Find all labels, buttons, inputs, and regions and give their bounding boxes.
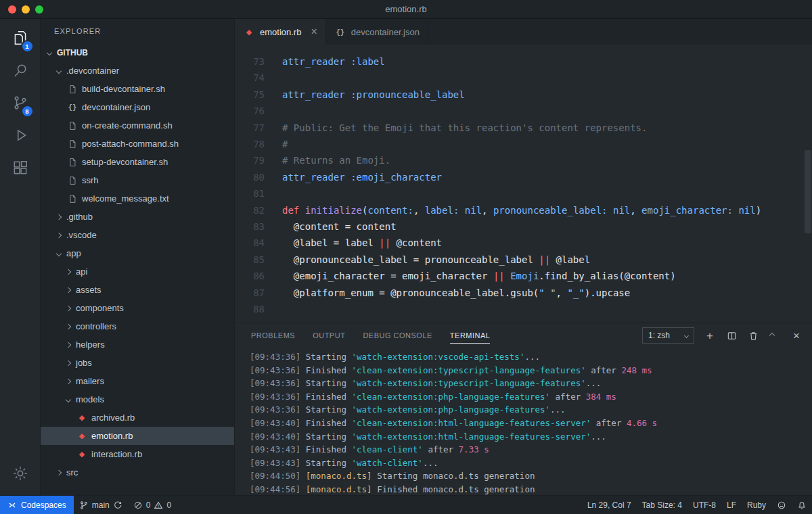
tree-item-setup-devcontainer-sh[interactable]: setup-devcontainer.sh	[41, 153, 234, 171]
language-mode[interactable]: Ruby	[742, 496, 771, 514]
tree-item-ssrh[interactable]: ssrh	[41, 171, 234, 189]
tree-item-vscode[interactable]: .vscode	[41, 226, 234, 244]
chevron-up-icon	[769, 333, 775, 338]
tree-item-github[interactable]: .github	[41, 208, 234, 226]
terminal-line: [09:43:43] Starting 'watch-client'...	[250, 457, 812, 470]
code-line-86: 86 @emoji_character = emoji_character ||…	[235, 268, 812, 284]
codespaces-button[interactable]: Codespaces	[0, 496, 74, 514]
tree-item-label: models	[76, 394, 104, 404]
tree-item-welcome-message-txt[interactable]: welcome_message.txt	[41, 189, 234, 208]
tree-item-models[interactable]: models	[41, 390, 234, 408]
tree-item-src[interactable]: src	[41, 463, 234, 482]
code-line-76: 76	[235, 103, 812, 119]
tree-item-components[interactable]: components	[41, 299, 234, 317]
tree-item-build-devcontainer-sh[interactable]: build-devcontainer.sh	[41, 80, 234, 98]
terminal-output[interactable]: [09:43:36] Starting 'watch-extension:vsc…	[235, 348, 812, 495]
chevron-right-icon	[66, 287, 71, 292]
notifications-button[interactable]	[792, 496, 812, 514]
tree-item-helpers[interactable]: helpers	[41, 335, 234, 354]
code-line-87: 87 @platform_enum = @pronounceable_label…	[235, 285, 812, 301]
smiley-icon	[777, 500, 786, 510]
cursor-position[interactable]: Ln 29, Col 7	[582, 496, 637, 514]
terminal-shell-select[interactable]: 1: zsh	[642, 327, 694, 344]
editor-tab-devcontainer-json[interactable]: {}devcontainer.json	[326, 19, 428, 45]
split-icon	[727, 331, 737, 341]
activity-source-control[interactable]: 8	[4, 87, 37, 119]
branch-button[interactable]: main	[74, 496, 128, 514]
tree-item-devcontainer-json[interactable]: {}devcontainer.json	[41, 98, 234, 116]
indentation-setting[interactable]: Tab Size: 4	[637, 496, 687, 514]
error-count: 0	[146, 500, 151, 510]
activity-run-debug[interactable]	[4, 119, 37, 151]
tree-item-mailers[interactable]: mailers	[41, 372, 234, 390]
sync-icon	[113, 500, 122, 510]
chevron-down-icon	[56, 250, 62, 256]
explorer-title: EXPLORER	[54, 27, 102, 35]
chevron-down-icon	[47, 49, 52, 55]
activity-extensions[interactable]	[4, 151, 37, 184]
panel-tab-debug-console[interactable]: DEBUG CONSOLE	[363, 327, 432, 344]
panel-actions: 1: zsh +	[642, 327, 812, 344]
shell-select-value: 1: zsh	[648, 331, 670, 340]
terminal-line: [09:43:40] Starting 'watch-extension:htm…	[250, 430, 812, 444]
tree-item-on-create-command-sh[interactable]: on-create-command.sh	[41, 116, 234, 135]
line-number: 81	[235, 185, 265, 202]
window-title: emotion.rb	[0, 4, 812, 14]
split-terminal-button[interactable]	[725, 329, 738, 342]
code-line-85: 85 @pronounceable_label = pronounceable_…	[235, 252, 812, 268]
shell-file-icon	[66, 85, 78, 94]
editor-tab-bar: ◆emotion.rb×{}devcontainer.json	[235, 19, 812, 45]
warnings-icon	[154, 500, 163, 510]
tree-item-controllers[interactable]: controllers	[41, 317, 234, 335]
tree-item-label: mailers	[76, 376, 104, 386]
terminal-line: [09:43:36] Starting 'watch-extension:php…	[250, 403, 812, 417]
new-terminal-button[interactable]: +	[704, 329, 716, 342]
activity-explorer[interactable]: 1	[4, 22, 37, 54]
shell-file-icon	[66, 176, 78, 185]
bottom-panel: PROBLEMSOUTPUTDEBUG CONSOLETERMINAL 1: z…	[235, 323, 812, 495]
line-number: 77	[235, 120, 265, 136]
editor-scrollbar[interactable]	[804, 45, 812, 323]
errors-icon	[133, 500, 143, 510]
tree-item-emotion-rb[interactable]: ◆emotion.rb	[41, 427, 234, 445]
tree-item-jobs[interactable]: jobs	[41, 354, 234, 372]
ruby-file-icon: ◆	[76, 431, 88, 440]
code-line-74: 74	[235, 70, 812, 86]
tree-item-assets[interactable]: assets	[41, 281, 234, 299]
close-panel-button[interactable]: ×	[790, 329, 803, 342]
feedback-button[interactable]	[771, 496, 792, 514]
terminal-line: [09:43:43] Finished 'clean-client' after…	[250, 443, 812, 457]
panel-tab-problems[interactable]: PROBLEMS	[251, 327, 295, 344]
panel-tab-terminal[interactable]: TERMINAL	[450, 327, 491, 344]
tree-item-app[interactable]: app	[41, 244, 234, 262]
chevron-right-icon	[66, 323, 71, 329]
activity-search[interactable]	[4, 54, 37, 87]
line-number: 78	[235, 136, 265, 152]
activity-settings[interactable]	[4, 457, 37, 490]
tree-item-archived-rb[interactable]: ◆archived.rb	[41, 408, 234, 427]
status-bar: Codespaces main 0 0 Ln 29, Col 7	[0, 495, 812, 514]
panel-tab-output[interactable]: OUTPUT	[313, 327, 345, 344]
tree-item-interaction-rb[interactable]: ◆interaction.rb	[41, 445, 234, 463]
close-tab-icon[interactable]: ×	[311, 26, 317, 37]
maximize-panel-button[interactable]	[769, 329, 781, 342]
chevron-down-icon	[66, 396, 71, 402]
tree-item-post-attach-command-sh[interactable]: post-attach-command.sh	[41, 135, 234, 153]
tree-item-api[interactable]: api	[41, 262, 234, 281]
editor-tab-emotion-rb[interactable]: ◆emotion.rb×	[235, 19, 326, 45]
code-editor[interactable]: 73attr_reader :label7475attr_reader :pro…	[235, 45, 812, 323]
problems-button[interactable]: 0 0	[128, 496, 177, 514]
warning-count: 0	[166, 500, 171, 510]
tree-item-devcontainer[interactable]: .devcontainer	[41, 62, 234, 80]
eol-setting[interactable]: LF	[721, 496, 742, 514]
tree-item-label: assets	[76, 285, 102, 295]
terminal-line: [09:43:36] Finished 'clean-extension:php…	[250, 390, 812, 404]
encoding-setting[interactable]: UTF-8	[687, 496, 721, 514]
kill-terminal-button[interactable]	[747, 329, 759, 342]
tree-item-github[interactable]: GITHUB	[41, 43, 234, 62]
tab-label: emotion.rb	[260, 27, 301, 37]
code-line-81: 81	[235, 185, 812, 202]
ruby-file-icon: ◆	[243, 28, 255, 37]
scrollbar-thumb[interactable]	[805, 150, 811, 233]
line-number: 87	[235, 285, 265, 301]
